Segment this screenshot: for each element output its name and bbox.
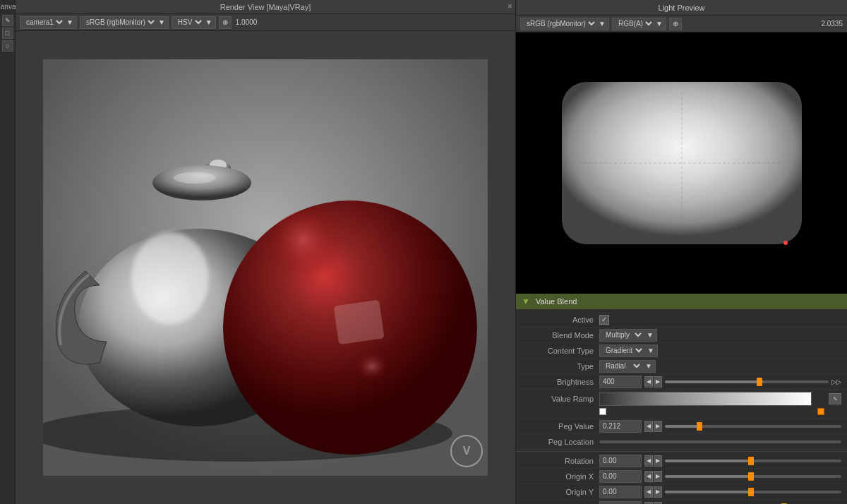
- type-select[interactable]: Radial Linear Box: [603, 361, 642, 371]
- svg-point-7: [174, 172, 216, 184]
- pillow-svg: [516, 32, 847, 294]
- type-row: Type Radial Linear Box ▼: [516, 359, 847, 374]
- extent-decrement[interactable]: ◀: [644, 502, 653, 505]
- extent-input[interactable]: [599, 501, 642, 505]
- tool-rect[interactable]: □: [2, 28, 13, 39]
- value-ramp-bar[interactable]: [599, 392, 812, 406]
- brightness-label: Brightness: [522, 378, 599, 386]
- fit-button[interactable]: ⊕: [219, 16, 232, 29]
- exposure-value: 1.0000: [236, 18, 258, 26]
- lp-icon-button[interactable]: ⊕: [669, 18, 682, 30]
- rotation-value: ◀ ▶: [599, 455, 841, 467]
- origin-x-slider[interactable]: [665, 475, 841, 478]
- origin-x-value: ◀ ▶: [599, 470, 841, 483]
- origin-y-value: ◀ ▶: [599, 486, 841, 498]
- light-preview-toolbar: sRGB (rgbMonitor) ▼ RGB(A) ▼ ⊕ 2.0335: [516, 16, 847, 32]
- colorspace-select[interactable]: sRGB (rgbMonitor): [83, 18, 157, 27]
- origin-y-slider[interactable]: [665, 491, 841, 493]
- svg-point-18: [783, 241, 788, 245]
- brightness-double-arrow[interactable]: ▷▷: [831, 378, 841, 385]
- close-button[interactable]: ×: [507, 1, 512, 11]
- value-ramp-label: Value Ramp: [522, 395, 599, 403]
- lp-colorspace-dropdown[interactable]: sRGB (rgbMonitor) ▼: [520, 18, 609, 30]
- origin-y-decrement[interactable]: ◀: [644, 486, 653, 498]
- origin-y-row: Origin Y ◀ ▶: [516, 484, 847, 500]
- blend-mode-dropdown[interactable]: Multiply Add Subtract ▼: [599, 329, 657, 342]
- render-canvas-area: V: [16, 31, 515, 504]
- section-header: ▼ Value Blend: [516, 294, 847, 309]
- rotation-fill: [665, 460, 753, 462]
- rotation-arrows: ◀ ▶: [644, 455, 662, 467]
- peg-value-row: Peg Value ◀ ▶: [516, 419, 847, 434]
- origin-y-track: [665, 491, 841, 493]
- hsv-dropdown[interactable]: HSV ▼: [172, 16, 216, 29]
- hsv-select[interactable]: HSV: [175, 18, 204, 27]
- rotation-increment[interactable]: ▶: [654, 455, 662, 467]
- extent-increment[interactable]: ▶: [654, 502, 662, 505]
- properties-grid: Active ✓ Blend Mode Multiply Add Subtrac…: [516, 309, 847, 504]
- blend-mode-value: Multiply Add Subtract ▼: [599, 329, 841, 342]
- type-dropdown[interactable]: Radial Linear Box ▼: [599, 360, 656, 373]
- peg-value-increment[interactable]: ▶: [654, 421, 662, 432]
- rotation-input[interactable]: [599, 455, 642, 467]
- brightness-thumb[interactable]: [757, 378, 762, 386]
- section-title: Value Blend: [536, 297, 577, 306]
- origin-x-thumb[interactable]: [748, 472, 754, 481]
- brightness-slider[interactable]: [665, 380, 829, 383]
- rotation-decrement[interactable]: ◀: [644, 455, 653, 467]
- origin-x-arrows: ◀ ▶: [644, 471, 662, 482]
- brightness-increment[interactable]: ▶: [654, 376, 662, 388]
- peg-location-value: [599, 440, 841, 443]
- peg-value-slider[interactable]: [665, 425, 841, 428]
- content-type-select[interactable]: Gradient Solid Noise: [603, 346, 644, 355]
- rotation-track: [665, 460, 841, 462]
- ramp-edit-button[interactable]: ✎: [829, 393, 841, 404]
- active-checkbox[interactable]: ✓: [599, 315, 609, 325]
- peg-value-thumb[interactable]: [697, 422, 702, 431]
- content-type-dropdown[interactable]: Gradient Solid Noise ▼: [599, 344, 658, 357]
- origin-x-decrement[interactable]: ◀: [644, 471, 653, 482]
- svg-text:V: V: [463, 445, 471, 457]
- peg-location-slider[interactable]: [599, 440, 841, 443]
- brightness-input[interactable]: [599, 376, 642, 388]
- tool-circle[interactable]: ○: [2, 40, 13, 52]
- rotation-slider[interactable]: [665, 460, 841, 462]
- rotation-row: Rotation ◀ ▶: [516, 453, 847, 469]
- lp-channel-dropdown[interactable]: RGB(A) ▼: [612, 18, 666, 30]
- peg-value-value: ◀ ▶: [599, 420, 841, 433]
- origin-x-row: Origin X ◀ ▶: [516, 469, 847, 484]
- origin-x-increment[interactable]: ▶: [654, 471, 662, 482]
- blend-mode-row: Blend Mode Multiply Add Subtract ▼: [516, 328, 847, 343]
- lp-channel-select[interactable]: RGB(A): [615, 19, 654, 28]
- content-type-value: Gradient Solid Noise ▼: [599, 344, 841, 357]
- camera-dropdown[interactable]: camera1 ▼: [20, 16, 77, 29]
- peg-value-decrement[interactable]: ◀: [644, 421, 653, 432]
- blend-mode-select[interactable]: Multiply Add Subtract: [603, 330, 644, 340]
- lp-value: 2.0335: [821, 20, 843, 28]
- light-preview-image: [516, 32, 847, 294]
- canvas-panel: Canvas ✎ □ ○: [0, 0, 16, 504]
- scene-svg: V: [43, 59, 488, 476]
- peg-value-input[interactable]: [599, 420, 642, 433]
- ramp-controls: [599, 407, 824, 416]
- origin-y-input[interactable]: [599, 486, 642, 498]
- main-content: Render View [Maya|VRay] × camera1 ▼ sRGB…: [16, 0, 515, 504]
- ramp-marker-white[interactable]: [599, 408, 606, 415]
- tool-pen[interactable]: ✎: [2, 15, 13, 26]
- brightness-value: ◀ ▶ ▷▷: [599, 376, 841, 388]
- origin-y-thumb[interactable]: [748, 488, 754, 496]
- svg-rect-11: [334, 300, 385, 345]
- origin-y-increment[interactable]: ▶: [654, 486, 662, 498]
- brightness-decrement[interactable]: ◀: [644, 376, 653, 388]
- peg-location-label: Peg Location: [522, 438, 599, 446]
- rotation-thumb[interactable]: [748, 457, 754, 465]
- origin-x-input[interactable]: [599, 470, 642, 483]
- active-label: Active: [522, 316, 599, 324]
- lp-colorspace-select[interactable]: sRGB (rgbMonitor): [524, 19, 597, 28]
- svg-point-3: [131, 232, 209, 324]
- colorspace-dropdown[interactable]: sRGB (rgbMonitor) ▼: [80, 16, 169, 29]
- ramp-marker-orange[interactable]: [817, 408, 824, 415]
- type-label: Type: [522, 362, 599, 371]
- peg-value-arrows: ◀ ▶: [644, 421, 662, 432]
- camera-select[interactable]: camera1: [23, 18, 65, 27]
